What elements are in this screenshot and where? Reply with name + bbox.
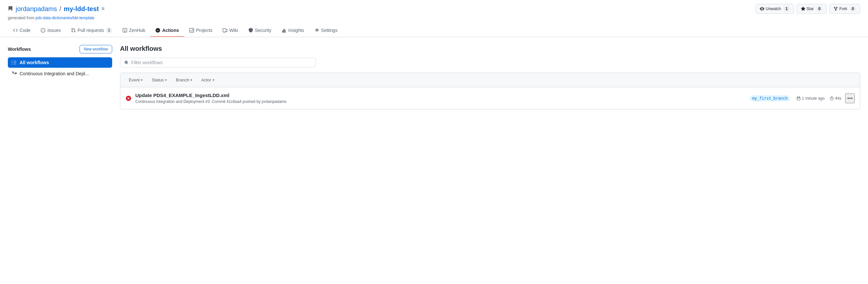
tab-security[interactable]: Security xyxy=(243,25,277,37)
filter-status-label: Status xyxy=(152,77,164,82)
star-label: Star xyxy=(807,6,814,11)
workflow-status-icon xyxy=(126,96,131,101)
star-count: 0 xyxy=(816,6,823,12)
workflow-time-ago-text: 1 minute ago xyxy=(802,96,824,101)
pull-requests-badge: 1 xyxy=(106,27,112,33)
repo-menu-icon[interactable]: ≡ xyxy=(101,6,104,12)
tab-wiki[interactable]: Wiki xyxy=(217,25,243,37)
tab-actions[interactable]: Actions xyxy=(150,25,184,37)
zenhub-icon: Z xyxy=(123,28,127,33)
tab-insights[interactable]: Insights xyxy=(277,25,309,37)
sidebar-item-ci-label: Continuous Integration and Depl... xyxy=(20,71,89,76)
repo-name-link[interactable]: my-ldd-test xyxy=(64,5,99,12)
filter-actor-button[interactable]: Actor ▾ xyxy=(198,76,217,84)
tab-projects-label: Projects xyxy=(196,28,213,33)
filter-workflows-input[interactable] xyxy=(131,60,311,65)
workflow-more-button[interactable]: ••• xyxy=(845,94,855,103)
search-icon xyxy=(124,60,128,65)
tab-pull-requests-label: Pull requests xyxy=(78,28,104,33)
actor-chevron-icon: ▾ xyxy=(213,78,214,82)
sidebar-nav: All workflows Continuous Integration and… xyxy=(8,57,112,79)
workflow-branch-badge[interactable]: my_first_branch xyxy=(750,96,790,101)
filter-bar xyxy=(120,58,860,67)
filter-event-button[interactable]: Event ▾ xyxy=(126,76,146,84)
filter-status-button[interactable]: Status ▾ xyxy=(148,76,170,84)
tab-projects[interactable]: Projects xyxy=(184,25,218,37)
event-chevron-icon: ▾ xyxy=(141,78,143,82)
tab-settings-label: Settings xyxy=(321,28,338,33)
sidebar-item-ci-deploy[interactable]: Continuous Integration and Depl... xyxy=(8,68,112,79)
workflow-duration-text: 44s xyxy=(835,96,841,101)
repo-owner-link[interactable]: jordanpadams xyxy=(16,5,57,12)
repo-icon xyxy=(8,6,13,11)
main-content: Workflows New workflow All workflows Con… xyxy=(0,37,868,117)
workflow-duration: 44s xyxy=(830,96,841,101)
sidebar-item-all-workflows-label: All workflows xyxy=(20,60,49,65)
star-icon xyxy=(801,6,805,11)
filter-actor-label: Actor xyxy=(201,77,211,82)
table-filters: Event ▾ Status ▾ Branch ▾ Actor ▾ xyxy=(120,73,860,87)
tab-insights-label: Insights xyxy=(288,28,304,33)
tab-issues[interactable]: Issues xyxy=(35,25,66,37)
filter-branch-button[interactable]: Branch ▾ xyxy=(173,76,195,84)
tab-settings[interactable]: Settings xyxy=(309,25,343,37)
issues-icon xyxy=(41,28,45,33)
unwatch-count: 1 xyxy=(783,6,790,12)
filter-branch-label: Branch xyxy=(176,77,189,82)
tab-wiki-label: Wiki xyxy=(229,28,238,33)
tab-zenhub[interactable]: Z ZenHub xyxy=(117,25,151,37)
tab-pull-requests[interactable]: Pull requests 1 xyxy=(66,24,117,37)
workflow-info: Update PDS4_EXAMPLE_IngestLDD.xml Contin… xyxy=(135,93,743,104)
stopwatch-icon xyxy=(830,96,834,100)
generated-from-link[interactable]: pds-data-dictionaries/ldd-template xyxy=(35,15,95,20)
fork-icon xyxy=(833,6,838,11)
pull-request-icon xyxy=(71,28,76,33)
security-icon xyxy=(248,28,253,33)
fork-label: Fork xyxy=(839,6,847,11)
branch-chevron-icon: ▾ xyxy=(190,78,192,82)
workflows-icon xyxy=(12,60,17,65)
failed-icon xyxy=(126,96,131,101)
star-button[interactable]: Star 0 xyxy=(797,4,827,14)
tab-code-label: Code xyxy=(20,28,30,33)
repo-separator: / xyxy=(59,5,61,12)
repo-generated: generated from pds-data-dictionaries/ldd… xyxy=(0,15,868,24)
new-workflow-button[interactable]: New workflow xyxy=(80,45,112,54)
content-area: All workflows Event ▾ Status ▾ B xyxy=(120,45,860,109)
filter-search-container xyxy=(120,58,316,67)
workflow-meta-text: Continuous Integration and Deployment #3… xyxy=(135,99,287,104)
sidebar: Workflows New workflow All workflows Con… xyxy=(8,45,112,109)
nav-tabs: Code Issues Pull requests 1 Z ZenHub Act… xyxy=(0,24,868,37)
wiki-icon xyxy=(223,28,227,33)
projects-icon xyxy=(189,28,194,33)
workflow-meta: Continuous Integration and Deployment #3… xyxy=(135,99,743,104)
filter-event-label: Event xyxy=(129,77,140,82)
repo-actions: Unwatch 1 Star 0 Fork 0 xyxy=(755,4,860,14)
tab-code[interactable]: Code xyxy=(8,25,35,37)
content-title: All workflows xyxy=(120,45,860,52)
status-chevron-icon: ▾ xyxy=(165,78,166,82)
workflow-name[interactable]: Update PDS4_EXAMPLE_IngestLDD.xml xyxy=(135,93,743,98)
fork-count: 0 xyxy=(850,6,856,12)
svg-text:Z: Z xyxy=(124,29,126,32)
insights-icon xyxy=(282,28,286,33)
tab-actions-label: Actions xyxy=(162,28,179,33)
unwatch-button[interactable]: Unwatch 1 xyxy=(755,4,794,14)
eye-icon xyxy=(760,6,764,11)
calendar-icon xyxy=(797,96,801,100)
sidebar-item-all-workflows[interactable]: All workflows xyxy=(8,57,112,68)
tab-security-label: Security xyxy=(255,28,272,33)
fork-button[interactable]: Fork 0 xyxy=(829,4,860,14)
tab-zenhub-label: ZenHub xyxy=(129,28,146,33)
unwatch-label: Unwatch xyxy=(766,6,781,11)
sidebar-title: Workflows xyxy=(8,46,31,52)
table-row: Update PDS4_EXAMPLE_IngestLDD.xml Contin… xyxy=(120,87,860,109)
workflow-time: 1 minute ago 44s xyxy=(797,96,841,101)
tab-issues-label: Issues xyxy=(47,28,60,33)
workflows-table: Event ▾ Status ▾ Branch ▾ Actor ▾ xyxy=(120,73,860,109)
workflow-time-ago: 1 minute ago xyxy=(797,96,824,101)
settings-icon xyxy=(315,28,319,33)
workflow-item-icon xyxy=(12,71,17,76)
actions-icon xyxy=(156,28,160,33)
code-icon xyxy=(13,28,18,33)
